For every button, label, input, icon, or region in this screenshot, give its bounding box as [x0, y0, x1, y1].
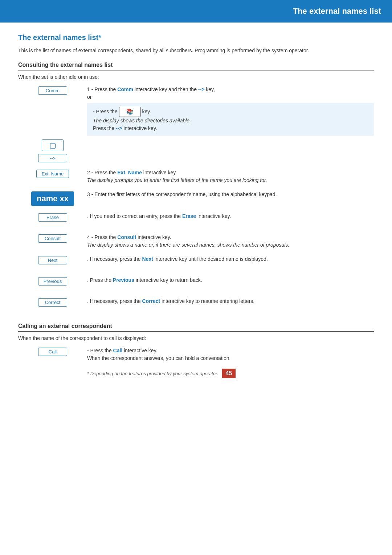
previous-ref: Previous: [113, 277, 134, 283]
step-call: Call - Press the Call interactive key. W…: [18, 347, 374, 362]
section2-subtitle: When the name of the correspondent to ca…: [18, 335, 374, 341]
step-namexx-text: 3 - Enter the first letters of the corre…: [87, 191, 374, 198]
main-content: The external names list* This is the lis…: [0, 23, 392, 400]
step-namexx: name xx 3 - Enter the first letters of t…: [18, 191, 374, 206]
header-banner: The external names list: [0, 0, 392, 23]
step-previous: Previous . Press the Previous interactiv…: [18, 276, 374, 291]
correct-ref: Correct: [142, 298, 160, 304]
step-extname-text: 2 - Press the Ext. Name interactive key.…: [87, 169, 374, 184]
step-correct-keys: Correct: [18, 297, 87, 307]
namexx-key[interactable]: name xx: [31, 191, 74, 206]
section1: Consulting the external names list When …: [18, 62, 374, 312]
intro-text: This is the list of names of external co…: [18, 47, 374, 54]
header-title: The external names list: [293, 7, 381, 16]
step-correct-text: . If necessary, press the Correct intera…: [87, 297, 374, 305]
next-ref: Next: [142, 256, 153, 262]
call-key[interactable]: Call: [38, 348, 67, 356]
phone-book-icon: 📚: [119, 107, 141, 117]
step-extname: Ext. Name 2 - Press the Ext. Name intera…: [18, 169, 374, 184]
step-comm-highlight: - Press the 📚 key. The display shows the…: [87, 103, 374, 136]
consult-italic: The display shows a name or, if there ar…: [87, 242, 289, 248]
erase-key[interactable]: Erase: [38, 213, 67, 222]
next-key[interactable]: Next: [38, 256, 67, 264]
step-erase: Erase . If you need to correct an entry,…: [18, 212, 374, 227]
footnote-row: * Depending on the features provided by …: [87, 369, 374, 378]
step-arrow-keys: ▢ -->: [18, 139, 87, 162]
consult-key[interactable]: Consult: [38, 234, 67, 243]
arrow-key[interactable]: -->: [38, 154, 67, 162]
arrow-ref2: -->: [116, 125, 122, 131]
previous-key[interactable]: Previous: [38, 277, 68, 285]
step-next: Next . If necessary, press the Next inte…: [18, 255, 374, 270]
section2: Calling an external correspondent When t…: [18, 323, 374, 378]
step-call-text: - Press the Call interactive key. When t…: [87, 347, 374, 362]
highlight-italic: The display shows the directories availa…: [93, 118, 191, 123]
page-title: The external names list*: [18, 33, 374, 42]
step-consult-keys: Consult: [18, 234, 87, 243]
section1-heading: Consulting the external names list: [18, 62, 374, 70]
step-previous-keys: Previous: [18, 276, 87, 285]
correct-key[interactable]: Correct: [38, 298, 67, 307]
step-comm-keys: Comm: [18, 86, 87, 95]
step-extname-keys: Ext. Name: [18, 169, 87, 178]
comm-key[interactable]: Comm: [38, 86, 67, 95]
section1-subtitle: When the set is either idle or in use:: [18, 74, 374, 80]
step-consult-text: 4 - Press the Consult interactive key. T…: [87, 234, 374, 249]
book-icon: ▢: [42, 139, 64, 151]
call-ref: Call: [113, 348, 123, 353]
page-number-badge: 45: [222, 369, 236, 378]
arrow-ref: -->: [198, 86, 205, 92]
step-arrow: ▢ -->: [18, 139, 374, 162]
extname-italic: The display prompts you to enter the fir…: [87, 177, 267, 183]
step-consult: Consult 4 - Press the Consult interactiv…: [18, 234, 374, 249]
step-next-keys: Next: [18, 255, 87, 264]
step-next-text: . If necessary, press the Next interacti…: [87, 255, 374, 263]
section2-heading: Calling an external correspondent: [18, 323, 374, 332]
step-namexx-keys: name xx: [18, 191, 87, 206]
step-comm-text: 1 - Press the Comm interactive key and t…: [87, 86, 374, 136]
step-erase-keys: Erase: [18, 212, 87, 222]
step-comm: Comm 1 - Press the Comm interactive key …: [18, 86, 374, 136]
comm-ref: Comm: [117, 86, 133, 92]
step-erase-text: . If you need to correct an entry, press…: [87, 212, 374, 220]
step-correct: Correct . If necessary, press the Correc…: [18, 297, 374, 312]
extname-key[interactable]: Ext. Name: [36, 170, 69, 178]
step-call-keys: Call: [18, 347, 87, 356]
erase-ref: Erase: [182, 213, 196, 219]
consult-ref: Consult: [117, 234, 136, 240]
extname-ref: Ext. Name: [117, 170, 142, 175]
footnote-text: * Depending on the features provided by …: [87, 371, 219, 376]
step-previous-text: . Press the Previous interactive key to …: [87, 276, 374, 284]
